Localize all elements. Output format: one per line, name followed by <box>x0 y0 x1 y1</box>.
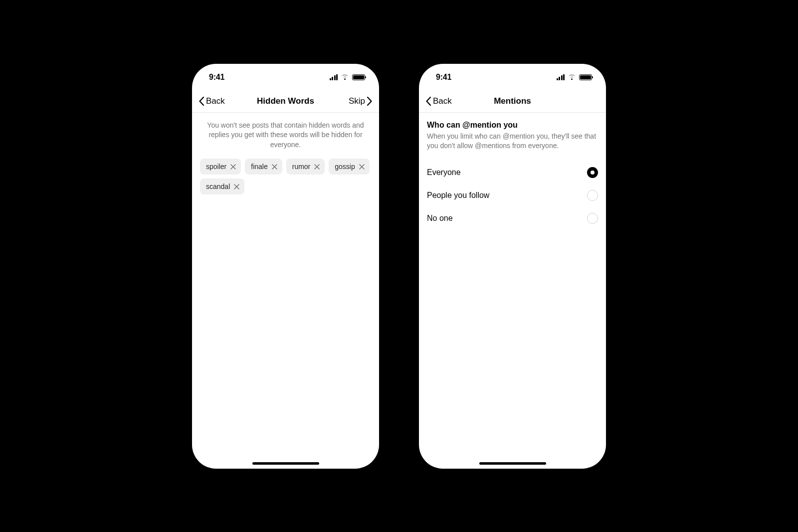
skip-label: Skip <box>349 96 365 106</box>
hidden-word-chip: scandal <box>200 178 244 194</box>
nav-bar: Back Hidden Words Skip <box>192 91 379 113</box>
status-time: 9:41 <box>209 73 224 82</box>
option-label: People you follow <box>427 191 489 200</box>
content: You won't see posts that contain hidden … <box>192 113 379 469</box>
hidden-word-chip: spoiler <box>200 159 241 175</box>
cellular-icon <box>557 74 565 80</box>
status-bar: 9:41 <box>419 64 606 91</box>
home-indicator[interactable] <box>479 462 546 465</box>
hidden-words-description: You won't see posts that contain hidden … <box>200 121 371 159</box>
cellular-icon <box>330 74 338 80</box>
chip-label: scandal <box>206 182 230 190</box>
hidden-word-chip: rumor <box>286 159 325 175</box>
remove-chip-button[interactable] <box>359 164 365 170</box>
radio-unselected-icon <box>587 213 598 224</box>
hidden-word-chip: gossip <box>329 159 369 175</box>
phone-mentions: 9:41 Back Mentions x Who can @mention yo… <box>419 64 606 469</box>
mentions-section-desc: When you limit who can @mention you, the… <box>427 132 598 151</box>
remove-chip-button[interactable] <box>314 164 320 170</box>
mentions-option-following[interactable]: People you follow <box>427 184 598 207</box>
radio-unselected-icon <box>587 190 598 201</box>
chevron-left-icon <box>199 97 204 106</box>
option-label: Everyone <box>427 168 461 177</box>
status-right <box>330 74 366 80</box>
content: Who can @mention you When you limit who … <box>419 113 606 469</box>
chevron-left-icon <box>426 97 431 106</box>
page-title: Hidden Words <box>234 96 337 106</box>
mentions-section-title: Who can @mention you <box>427 121 598 130</box>
remove-chip-button[interactable] <box>272 164 277 170</box>
nav-bar: Back Mentions x <box>419 91 606 113</box>
status-right <box>557 74 593 80</box>
battery-icon <box>352 74 365 80</box>
wifi-icon <box>341 74 349 80</box>
hidden-words-chip-list: spoiler finale rumor gossip scandal <box>200 159 371 194</box>
remove-chip-button[interactable] <box>234 184 239 189</box>
mentions-option-no-one[interactable]: No one <box>427 207 598 230</box>
back-button[interactable]: Back <box>199 96 234 106</box>
battery-icon <box>579 74 592 80</box>
option-label: No one <box>427 214 453 223</box>
chevron-right-icon <box>367 97 372 106</box>
chip-label: spoiler <box>206 163 226 171</box>
chip-label: finale <box>251 163 267 171</box>
chip-label: gossip <box>335 163 355 171</box>
remove-chip-button[interactable] <box>230 164 236 170</box>
page-title: Mentions <box>461 96 564 106</box>
back-button[interactable]: Back <box>426 96 461 106</box>
status-time: 9:41 <box>436 73 451 82</box>
skip-button[interactable]: Skip <box>337 96 372 106</box>
mentions-option-everyone[interactable]: Everyone <box>427 161 598 184</box>
status-bar: 9:41 <box>192 64 379 91</box>
back-label: Back <box>206 96 225 106</box>
radio-selected-icon <box>587 167 598 178</box>
home-indicator[interactable] <box>252 462 319 465</box>
back-label: Back <box>433 96 452 106</box>
wifi-icon <box>568 74 576 80</box>
phone-hidden-words: 9:41 Back Hidden Words Skip You won't se… <box>192 64 379 469</box>
chip-label: rumor <box>292 163 311 171</box>
hidden-word-chip: finale <box>245 159 282 175</box>
